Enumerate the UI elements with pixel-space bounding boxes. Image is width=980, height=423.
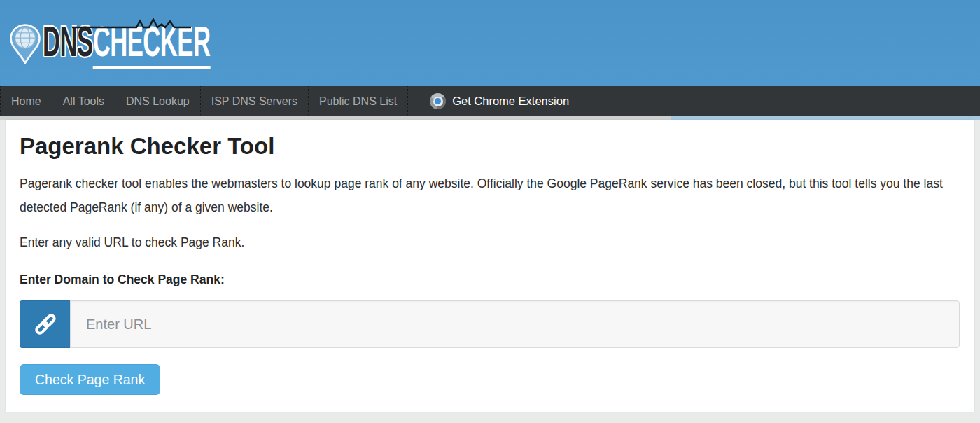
nav-item-public-dns-list[interactable]: Public DNS List <box>309 86 408 116</box>
chrome-extension-label: Get Chrome Extension <box>452 95 569 108</box>
nav-item-home[interactable]: Home <box>1 86 52 116</box>
url-input-group <box>20 300 960 348</box>
site-logo[interactable]: DNSCHECKER <box>9 21 342 64</box>
nav-item-get-chrome-extension[interactable]: Get Chrome Extension <box>421 86 578 116</box>
intro-paragraph: Pagerank checker tool enables the webmas… <box>20 172 960 219</box>
chrome-icon <box>430 93 446 109</box>
heartbeat-line-icon <box>72 18 191 29</box>
site-header: DNSCHECKER <box>0 0 980 86</box>
domain-input-label: Enter Domain to Check Page Rank: <box>20 272 960 287</box>
content-card: Pagerank Checker Tool Pagerank checker t… <box>6 120 974 412</box>
page-title: Pagerank Checker Tool <box>20 120 960 160</box>
input-addon <box>20 300 70 348</box>
location-pin-globe-icon <box>9 24 41 64</box>
nav-item-isp-dns-servers[interactable]: ISP DNS Servers <box>201 86 309 116</box>
nav-item-dns-lookup[interactable]: DNS Lookup <box>115 86 201 116</box>
link-icon <box>33 312 58 337</box>
nav-item-all-tools[interactable]: All Tools <box>52 86 115 116</box>
url-input[interactable] <box>70 300 960 348</box>
main-nav: Home All Tools DNS Lookup ISP DNS Server… <box>0 86 980 116</box>
instruction-paragraph: Enter any valid URL to check Page Rank. <box>20 230 960 254</box>
check-page-rank-button[interactable]: Check Page Rank <box>20 364 160 395</box>
